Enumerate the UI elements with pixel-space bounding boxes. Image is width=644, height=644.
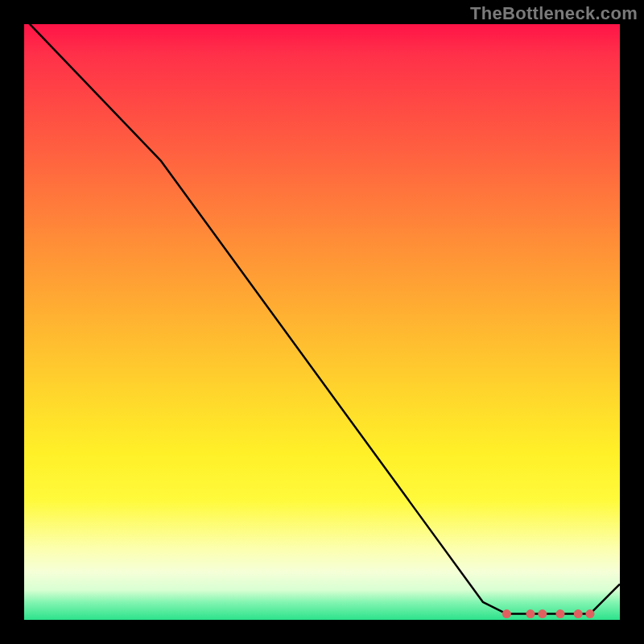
curve-marker	[556, 609, 565, 618]
curve-marker	[526, 609, 535, 618]
curve-layer	[24, 24, 620, 620]
curve-marker	[502, 609, 511, 618]
chart-stage: TheBottleneck.com	[0, 0, 644, 644]
attribution-label: TheBottleneck.com	[470, 3, 638, 24]
plot-area	[24, 24, 620, 620]
curve-marker	[538, 609, 547, 618]
bottleneck-curve	[24, 19, 620, 614]
curve-marker	[586, 609, 595, 618]
curve-marker	[574, 609, 583, 618]
